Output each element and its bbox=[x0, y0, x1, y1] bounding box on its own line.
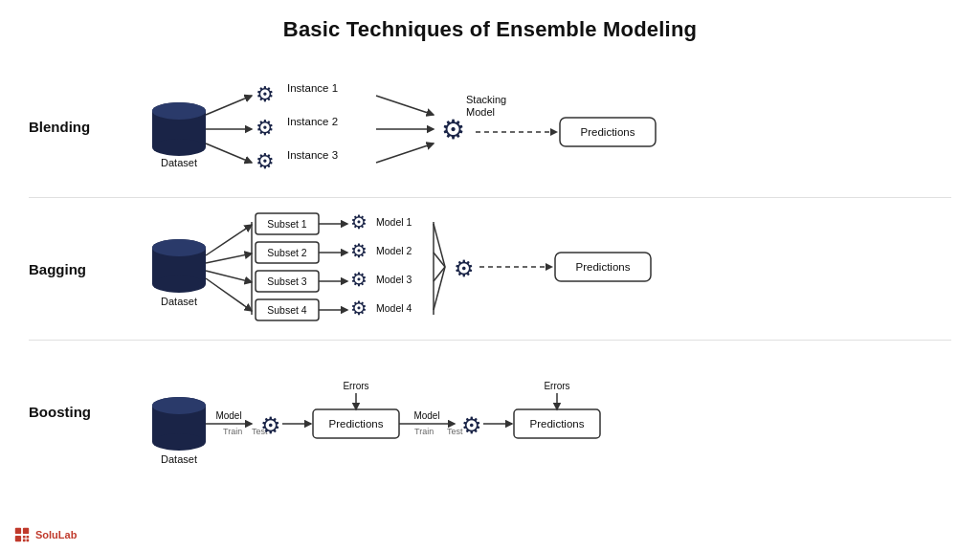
svg-rect-90 bbox=[23, 528, 29, 534]
svg-text:Model 1: Model 1 bbox=[376, 216, 412, 228]
boosting-label: Boosting bbox=[29, 404, 110, 420]
svg-text:⚙: ⚙ bbox=[256, 116, 275, 140]
svg-line-29 bbox=[206, 225, 252, 255]
blending-diagram: Dataset ⚙ Instance 1 ⚙ Instance 2 bbox=[110, 55, 971, 197]
logo-icon bbox=[13, 526, 31, 543]
svg-marker-21 bbox=[550, 128, 558, 136]
svg-line-31 bbox=[206, 271, 252, 282]
svg-text:Instance 1: Instance 1 bbox=[287, 82, 338, 94]
svg-text:⚙: ⚙ bbox=[441, 115, 465, 144]
svg-text:⚙: ⚙ bbox=[350, 240, 368, 261]
svg-rect-93 bbox=[27, 536, 30, 539]
svg-text:⚙: ⚙ bbox=[350, 269, 368, 290]
svg-line-16 bbox=[376, 143, 434, 163]
svg-text:Subset 3: Subset 3 bbox=[267, 276, 307, 287]
bagging-label: Bagging bbox=[29, 261, 110, 277]
svg-point-26 bbox=[152, 276, 206, 293]
svg-text:Dataset: Dataset bbox=[161, 296, 197, 307]
svg-rect-95 bbox=[27, 540, 30, 542]
svg-text:Subset 1: Subset 1 bbox=[267, 218, 307, 230]
svg-text:⚙: ⚙ bbox=[256, 149, 275, 173]
svg-text:Instance 3: Instance 3 bbox=[287, 149, 338, 161]
boosting-section: Boosting Dataset Model Train Test ⚙ bbox=[29, 341, 951, 482]
svg-text:Model: Model bbox=[215, 410, 241, 421]
bagging-section: Bagging Dataset Subset 1 bbox=[29, 198, 951, 340]
svg-text:⚙: ⚙ bbox=[350, 298, 368, 319]
svg-rect-89 bbox=[15, 528, 21, 534]
svg-text:Dataset: Dataset bbox=[161, 453, 197, 465]
svg-point-66 bbox=[152, 433, 206, 451]
svg-text:⚙: ⚙ bbox=[350, 211, 368, 232]
svg-point-2 bbox=[152, 139, 206, 156]
page: Basic Techniques of Ensemble Modeling Bl… bbox=[0, 0, 980, 551]
blending-label: Blending bbox=[29, 119, 110, 135]
svg-text:Errors: Errors bbox=[544, 381, 569, 391]
svg-text:Model: Model bbox=[413, 410, 439, 421]
svg-line-32 bbox=[206, 278, 252, 311]
svg-text:⚙: ⚙ bbox=[256, 82, 275, 106]
blending-section: Blending Dataset ⚙ Instan bbox=[29, 55, 951, 197]
svg-text:⚙: ⚙ bbox=[454, 255, 475, 281]
svg-line-30 bbox=[206, 253, 252, 263]
svg-point-3 bbox=[152, 102, 206, 120]
svg-marker-61 bbox=[546, 263, 553, 271]
logo-text: SoluLab bbox=[35, 529, 77, 540]
svg-text:Model 2: Model 2 bbox=[376, 245, 412, 256]
svg-text:Stacking: Stacking bbox=[466, 94, 506, 105]
svg-rect-94 bbox=[23, 540, 26, 542]
svg-text:Predictions: Predictions bbox=[530, 418, 585, 430]
svg-text:⚙: ⚙ bbox=[260, 412, 281, 438]
boosting-diagram: Dataset Model Train Test ⚙ Predictions E… bbox=[110, 341, 971, 482]
svg-text:Errors: Errors bbox=[343, 381, 368, 391]
svg-text:Predictions: Predictions bbox=[329, 418, 384, 430]
svg-point-27 bbox=[152, 239, 206, 256]
bagging-diagram: Dataset Subset 1 Subset 2 Subset 3 Subse… bbox=[110, 198, 971, 340]
svg-line-5 bbox=[206, 96, 252, 115]
svg-text:Instance 2: Instance 2 bbox=[287, 116, 338, 127]
svg-text:Subset 2: Subset 2 bbox=[267, 247, 307, 258]
svg-text:Subset 4: Subset 4 bbox=[267, 304, 307, 316]
svg-rect-92 bbox=[23, 536, 26, 539]
svg-text:Model 4: Model 4 bbox=[376, 302, 412, 314]
svg-text:Dataset: Dataset bbox=[161, 157, 197, 168]
svg-text:Train: Train bbox=[223, 427, 242, 436]
svg-text:Model: Model bbox=[466, 106, 495, 118]
svg-text:⚙: ⚙ bbox=[461, 412, 482, 438]
svg-text:Model 3: Model 3 bbox=[376, 274, 412, 285]
svg-line-14 bbox=[376, 96, 434, 115]
svg-line-7 bbox=[206, 143, 252, 163]
page-title: Basic Techniques of Ensemble Modeling bbox=[29, 17, 951, 42]
svg-text:Train: Train bbox=[414, 427, 434, 436]
svg-text:Predictions: Predictions bbox=[576, 261, 631, 273]
logo: SoluLab bbox=[13, 526, 77, 543]
svg-point-67 bbox=[152, 397, 206, 414]
svg-rect-91 bbox=[15, 536, 21, 541]
svg-text:Predictions: Predictions bbox=[581, 126, 635, 138]
